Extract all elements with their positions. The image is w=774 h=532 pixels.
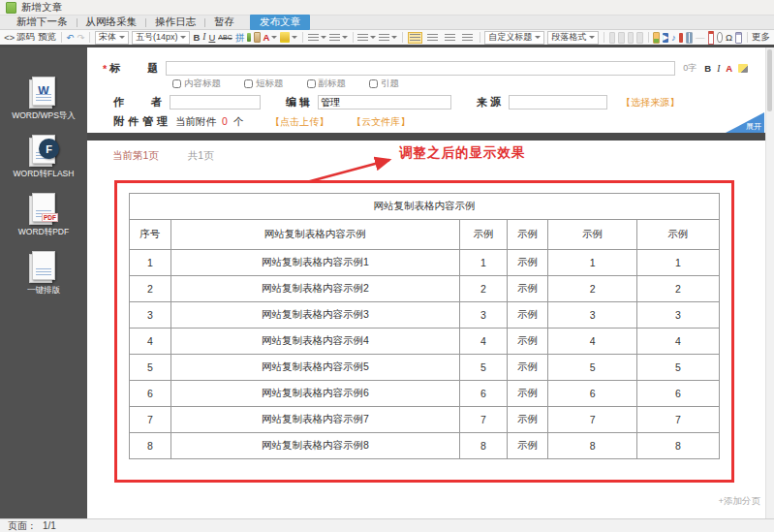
table-cell[interactable]: 6 [130,381,171,407]
table-cell[interactable]: 2 [460,276,508,302]
special-character-icon[interactable]: Ω [726,33,732,43]
table-cell[interactable]: 网站复制表格内容示例2 [170,276,459,302]
table-cell[interactable]: 2 [636,276,719,302]
author-input[interactable] [170,95,261,110]
insert-music-icon[interactable]: ♪ [671,33,676,43]
table-cell[interactable]: 1 [130,250,171,276]
underline-button[interactable]: U [208,33,215,43]
align-justify-button[interactable] [460,32,475,44]
table-header-cell[interactable]: 示例 [636,220,719,250]
table-cell[interactable]: 示例 [507,276,548,302]
anchor-icon[interactable] [628,32,635,44]
table-cell[interactable]: 6 [460,381,508,407]
table-cell[interactable]: 1 [548,250,636,276]
line-height-button[interactable] [379,34,397,42]
indent-button[interactable] [357,34,376,42]
checkbox-content-title[interactable]: 内容标题 [172,78,221,90]
table-cell[interactable]: 3 [548,302,636,329]
table-cell[interactable]: 7 [636,407,719,433]
editor-input[interactable] [318,95,451,110]
table-header-cell[interactable]: 示例 [507,220,548,250]
sidebar-item-word-import[interactable]: W WORD/WPS导入 [12,77,76,122]
table-cell[interactable]: 网站复制表格内容示例5 [170,355,459,381]
table-cell[interactable]: 6 [548,381,636,407]
operation-log-button[interactable]: 操作日志 [146,16,204,29]
bold-button[interactable]: B [193,33,200,43]
sub-title-checkbox[interactable] [307,79,316,88]
checkbox-lead-title[interactable]: 引题 [369,78,399,90]
more-tools-button[interactable]: 更多 [752,31,770,44]
title-bold-button[interactable]: B [704,63,711,74]
font-family-select[interactable]: 宋体 [95,31,129,45]
horizontal-rule-icon[interactable]: — [696,33,705,43]
table-cell[interactable]: 5 [460,355,508,381]
table-cell[interactable]: 5 [636,355,719,381]
table-cell[interactable]: 8 [130,433,171,459]
tab-current-page[interactable]: 当前第1页 [112,149,159,163]
upload-attachment-link[interactable]: 【点击上传】 [270,115,328,129]
table-cell[interactable]: 4 [460,329,508,355]
table-cell[interactable]: 6 [636,381,719,407]
table-cell[interactable]: 示例 [507,381,548,407]
table-header-cell[interactable]: 序号 [130,220,171,250]
table-cell[interactable]: 网站复制表格内容示例1 [170,250,459,276]
table-cell[interactable]: 示例 [507,407,548,433]
remove-anchor-icon[interactable] [636,32,643,44]
table-cell[interactable]: 3 [460,302,508,329]
content-title-checkbox[interactable] [172,79,181,88]
insert-table-icon[interactable] [735,32,742,44]
vertical-scrollbar[interactable] [765,47,774,518]
title-color-button[interactable]: A [726,63,732,74]
preview-button[interactable]: 预览 [38,31,56,44]
pinyin-button[interactable]: 拼 [235,33,245,43]
insert-flash-icon[interactable] [686,32,693,44]
table-cell[interactable]: 7 [130,407,171,433]
sidebar-item-one-key-format[interactable]: 一键排版 [27,251,60,297]
table-header-cell[interactable]: 示例 [460,220,508,250]
table-header-cell[interactable]: 示例 [548,220,636,250]
title-italic-button[interactable]: I [717,64,720,74]
table-cell[interactable]: 8 [548,433,636,459]
table-header-cell[interactable]: 网站复制表格内容示例 [170,220,459,250]
table-cell[interactable]: 网站复制表格内容示例4 [170,329,459,355]
cloud-file-library-link[interactable]: 【云文件库】 [352,115,410,129]
checkbox-sub-title[interactable]: 副标题 [307,78,347,90]
table-cell[interactable]: 4 [548,329,636,355]
ordered-list-button[interactable] [308,34,326,42]
insert-time-icon[interactable] [717,32,723,43]
font-size-select[interactable]: 五号(14px) [132,31,191,45]
table-cell[interactable]: 4 [636,329,719,355]
add-page-break-link[interactable]: +添加分页 [718,495,760,508]
table-cell[interactable]: 3 [130,302,171,329]
table-cell[interactable]: 示例 [507,329,548,355]
italic-button[interactable]: I [202,33,205,43]
title-highlight-icon[interactable] [738,64,748,73]
paragraph-format-select[interactable]: 段落格式 [547,31,599,45]
table-cell[interactable]: 1 [460,250,508,276]
table-cell[interactable]: 示例 [507,250,548,276]
highlight-color-button[interactable] [280,32,297,43]
unlink-icon[interactable] [618,32,625,44]
table-cell[interactable]: 网站复制表格内容示例3 [170,302,459,329]
table-title-cell[interactable]: 网站复制表格内容示例 [130,194,720,220]
table-cell[interactable]: 2 [130,276,171,302]
short-title-checkbox[interactable] [244,79,253,88]
font-color-button[interactable]: A [263,33,278,43]
align-center-button[interactable] [425,32,440,44]
table-cell[interactable]: 示例 [507,302,548,329]
table-cell[interactable]: 8 [636,433,719,459]
strikethrough-button[interactable]: ABC [218,34,232,41]
checkbox-short-title[interactable]: 短标题 [244,78,284,90]
format-brush-icon[interactable] [247,33,251,42]
bullet-list-button[interactable] [329,34,348,42]
publish-article-button[interactable]: 发布文章 [250,15,310,30]
source-code-button[interactable]: <> 源码 [4,31,35,44]
table-cell[interactable]: 网站复制表格内容示例7 [170,407,459,433]
collect-from-web-button[interactable]: 从网络采集 [77,16,146,29]
table-cell[interactable]: 示例 [507,433,548,459]
sidebar-item-word-to-flash[interactable]: F WORD转FLASH [14,135,75,180]
align-left-button[interactable] [408,32,422,44]
table-cell[interactable]: 2 [548,276,636,302]
table-cell[interactable]: 8 [460,433,508,459]
table-cell[interactable]: 1 [636,250,719,276]
